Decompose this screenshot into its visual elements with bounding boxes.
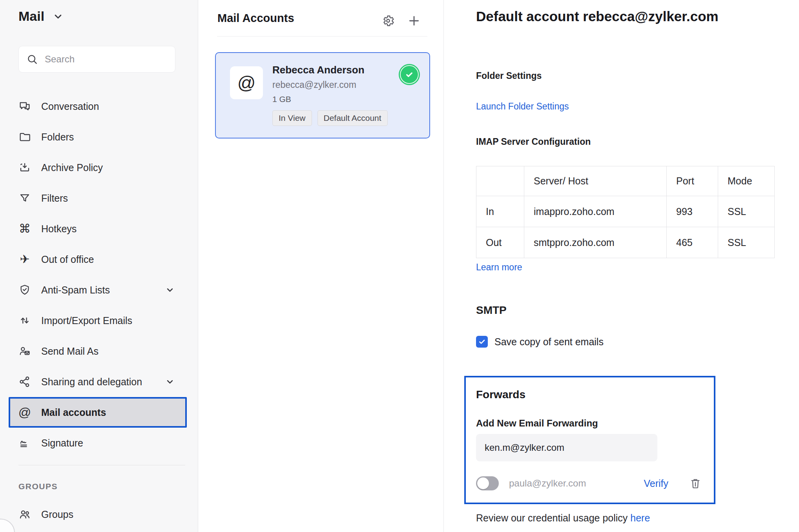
verified-check-icon	[399, 64, 420, 85]
cell-server: smtppro.zoho.com	[524, 227, 667, 258]
people-icon	[18, 508, 31, 521]
sidebar-item-anti-spam-lists[interactable]: Anti-Spam Lists	[0, 275, 198, 305]
folder-settings-heading: Folder Settings	[476, 71, 542, 81]
folder-icon	[18, 131, 31, 143]
sidebar-item-sharing-and-delegation[interactable]: Sharing and delegation	[0, 366, 198, 397]
smtp-heading: SMTP	[476, 304, 507, 317]
pending-forward-email: paula@zylker.com	[509, 478, 586, 489]
cell-direction: Out	[476, 227, 524, 258]
detail-title: Default account rebecca@zylker.com	[476, 9, 719, 24]
forwards-section: Forwards Add New Email Forwarding paula@…	[464, 376, 715, 504]
plane-icon: ✈	[18, 253, 31, 265]
sidebar-divider	[18, 465, 185, 465]
badge-default-account: Default Account	[317, 110, 388, 126]
account-name: Rebecca Anderson	[272, 64, 365, 76]
learn-more-link[interactable]: Learn more	[476, 262, 522, 273]
table-row-out: Out smtppro.zoho.com 465 SSL	[476, 227, 775, 258]
sidebar-item-groups[interactable]: Groups	[0, 499, 198, 530]
sidebar-item-filters[interactable]: Filters	[0, 183, 198, 213]
forward-email-input[interactable]	[476, 434, 657, 461]
share-icon	[18, 375, 31, 388]
policy-here-link[interactable]: here	[630, 512, 650, 523]
account-card[interactable]: @ Rebecca Anderson rebecca@zylker.com 1 …	[215, 52, 430, 138]
gear-icon[interactable]	[381, 14, 395, 27]
toggle-knob	[477, 477, 489, 489]
cell-mode: SSL	[718, 196, 775, 227]
badge-in-view: In View	[272, 110, 312, 126]
settings-sidebar: Mail Conversation Folders	[0, 0, 198, 532]
sidebar-item-hotkeys[interactable]: ⌘ Hotkeys	[0, 213, 198, 244]
sidebar-item-out-of-office[interactable]: ✈ Out of office	[0, 244, 198, 275]
sidebar-item-import-export-emails[interactable]: Import/Export Emails	[0, 305, 198, 336]
forward-toggle-off[interactable]	[476, 476, 499, 490]
sidebar-item-mail-accounts[interactable]: @ Mail accounts	[9, 397, 187, 428]
imap-config-heading: IMAP Server Configuration	[476, 137, 591, 147]
import-export-icon	[18, 314, 31, 327]
table-header-port: Port	[667, 166, 718, 196]
table-header-mode: Mode	[718, 166, 775, 196]
shield-check-icon	[18, 284, 31, 296]
pending-forward-row: paula@zylker.com Verify	[476, 476, 702, 491]
groups-section: Groups	[0, 499, 198, 530]
sidebar-item-folders[interactable]: Folders	[0, 122, 198, 152]
account-avatar-at-icon: @	[230, 66, 263, 99]
forwards-heading: Forwards	[476, 388, 525, 401]
table-header-empty	[476, 166, 524, 196]
panel-actions	[381, 14, 421, 27]
chevron-down-icon[interactable]	[165, 285, 175, 295]
policy-text: Review our credential usage policy	[476, 512, 630, 523]
mail-accounts-panel: Mail Accounts @ Rebecca Anderson rebecca…	[199, 0, 444, 532]
checkbox-checked-icon[interactable]	[476, 336, 488, 348]
cell-server: imappro.zoho.com	[524, 196, 667, 227]
account-email: rebecca@zylker.com	[272, 80, 356, 90]
add-forwarding-label: Add New Email Forwarding	[476, 418, 598, 429]
cell-direction: In	[476, 196, 524, 227]
table-header-row: Server/ Host Port Mode	[476, 166, 775, 196]
filter-icon	[18, 192, 31, 204]
trash-icon[interactable]	[689, 477, 702, 490]
sidebar-item-signature[interactable]: Signature	[0, 428, 198, 458]
imap-config-table: Server/ Host Port Mode In imappro.zoho.c…	[476, 166, 775, 258]
sidebar-item-conversation[interactable]: Conversation	[0, 91, 198, 122]
search-box	[18, 46, 175, 73]
sidebar-item-archive-policy[interactable]: Archive Policy	[0, 152, 198, 183]
table-row-in: In imappro.zoho.com 993 SSL	[476, 196, 775, 227]
cell-mode: SSL	[718, 227, 775, 258]
sidebar-item-send-mail-as[interactable]: Send Mail As	[0, 336, 198, 366]
app-title: Mail	[18, 9, 44, 24]
credential-policy-line: Review our credential usage policy here	[476, 512, 650, 524]
conversation-icon	[18, 100, 31, 113]
search-input[interactable]	[45, 54, 168, 65]
save-copy-label: Save copy of sent emails	[494, 336, 604, 348]
save-copy-checkbox-row[interactable]: Save copy of sent emails	[476, 336, 604, 348]
archive-icon	[18, 161, 31, 174]
command-icon: ⌘	[18, 223, 31, 235]
cell-port: 465	[667, 227, 718, 258]
account-storage: 1 GB	[272, 95, 291, 104]
account-detail-panel: Default account rebecca@zylker.com Folde…	[444, 0, 799, 532]
table-header-server-host: Server/ Host	[524, 166, 667, 196]
search-icon	[26, 53, 38, 66]
send-mail-as-icon	[18, 345, 31, 357]
account-badges: In View Default Account	[272, 110, 388, 126]
panel-title: Mail Accounts	[217, 12, 294, 25]
chevron-down-icon	[52, 11, 64, 22]
chevron-down-icon[interactable]	[165, 377, 175, 387]
at-icon: @	[18, 406, 31, 419]
verify-link[interactable]: Verify	[644, 478, 668, 489]
app-switcher[interactable]: Mail	[18, 9, 64, 24]
zoho-mail-settings-screen: Mail Conversation Folders	[0, 0, 799, 532]
add-account-icon[interactable]	[407, 14, 421, 27]
cell-port: 993	[667, 196, 718, 227]
groups-section-header: GROUPS	[18, 482, 58, 491]
sidebar-nav: Conversation Folders Archive Policy Filt…	[0, 91, 198, 458]
launch-folder-settings-link[interactable]: Launch Folder Settings	[476, 101, 569, 112]
panel-divider	[217, 36, 427, 36]
signature-icon	[18, 437, 31, 449]
